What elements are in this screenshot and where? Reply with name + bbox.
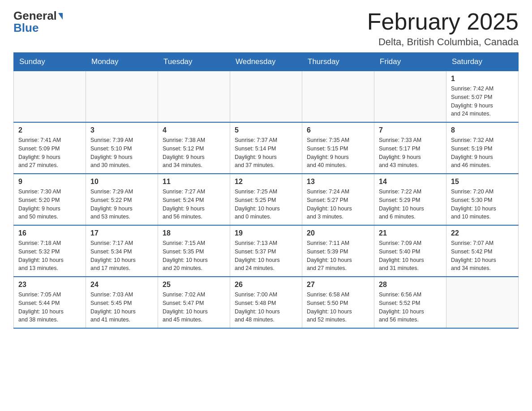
calendar-table: SundayMondayTuesdayWednesdayThursdayFrid… xyxy=(13,52,519,329)
day-info: Sunrise: 7:38 AM Sunset: 5:12 PM Dayligh… xyxy=(163,136,225,170)
column-header-friday: Friday xyxy=(374,53,446,71)
day-number: 5 xyxy=(235,126,297,134)
calendar-cell xyxy=(230,71,302,123)
calendar-cell: 1Sunrise: 7:42 AM Sunset: 5:07 PM Daylig… xyxy=(446,71,519,123)
day-number: 1 xyxy=(451,75,514,83)
header-row: SundayMondayTuesdayWednesdayThursdayFrid… xyxy=(14,53,519,71)
day-info: Sunrise: 6:56 AM Sunset: 5:52 PM Dayligh… xyxy=(379,291,442,324)
day-info: Sunrise: 7:20 AM Sunset: 5:30 PM Dayligh… xyxy=(451,188,514,221)
day-info: Sunrise: 7:41 AM Sunset: 5:09 PM Dayligh… xyxy=(18,136,81,170)
day-number: 7 xyxy=(379,126,442,134)
day-info: Sunrise: 7:32 AM Sunset: 5:19 PM Dayligh… xyxy=(451,136,514,170)
calendar-cell: 8Sunrise: 7:32 AM Sunset: 5:19 PM Daylig… xyxy=(446,122,519,174)
calendar-cell: 23Sunrise: 7:05 AM Sunset: 5:44 PM Dayli… xyxy=(14,277,86,328)
day-number: 24 xyxy=(90,281,153,289)
day-info: Sunrise: 7:05 AM Sunset: 5:44 PM Dayligh… xyxy=(18,291,81,324)
column-header-monday: Monday xyxy=(86,53,158,71)
day-info: Sunrise: 7:18 AM Sunset: 5:32 PM Dayligh… xyxy=(18,239,81,273)
week-row-3: 9Sunrise: 7:30 AM Sunset: 5:20 PM Daylig… xyxy=(14,174,519,225)
day-info: Sunrise: 7:11 AM Sunset: 5:39 PM Dayligh… xyxy=(307,239,369,273)
day-number: 13 xyxy=(307,178,369,186)
calendar-cell: 25Sunrise: 7:02 AM Sunset: 5:47 PM Dayli… xyxy=(158,277,230,328)
day-info: Sunrise: 7:22 AM Sunset: 5:29 PM Dayligh… xyxy=(379,188,442,221)
calendar-cell: 27Sunrise: 6:58 AM Sunset: 5:50 PM Dayli… xyxy=(302,277,374,328)
calendar-cell: 17Sunrise: 7:17 AM Sunset: 5:34 PM Dayli… xyxy=(86,225,158,277)
column-header-tuesday: Tuesday xyxy=(158,53,230,71)
calendar-cell xyxy=(86,71,158,123)
day-info: Sunrise: 7:29 AM Sunset: 5:22 PM Dayligh… xyxy=(90,188,153,221)
week-row-2: 2Sunrise: 7:41 AM Sunset: 5:09 PM Daylig… xyxy=(14,122,519,174)
week-row-4: 16Sunrise: 7:18 AM Sunset: 5:32 PM Dayli… xyxy=(14,225,519,277)
day-info: Sunrise: 7:30 AM Sunset: 5:20 PM Dayligh… xyxy=(18,188,81,221)
calendar-cell xyxy=(302,71,374,123)
calendar-cell: 14Sunrise: 7:22 AM Sunset: 5:29 PM Dayli… xyxy=(374,174,446,225)
day-number: 15 xyxy=(451,178,514,186)
calendar-cell: 11Sunrise: 7:27 AM Sunset: 5:24 PM Dayli… xyxy=(158,174,230,225)
calendar-cell: 19Sunrise: 7:13 AM Sunset: 5:37 PM Dayli… xyxy=(230,225,302,277)
calendar-cell: 5Sunrise: 7:37 AM Sunset: 5:14 PM Daylig… xyxy=(230,122,302,174)
calendar-cell: 6Sunrise: 7:35 AM Sunset: 5:15 PM Daylig… xyxy=(302,122,374,174)
day-number: 2 xyxy=(18,126,81,134)
calendar-cell: 7Sunrise: 7:33 AM Sunset: 5:17 PM Daylig… xyxy=(374,122,446,174)
page-header: General Blue February 2025 Delta, Britis… xyxy=(13,9,519,48)
day-number: 22 xyxy=(451,229,514,237)
calendar-cell xyxy=(374,71,446,123)
day-number: 18 xyxy=(163,229,225,237)
logo-triangle-icon xyxy=(58,13,63,20)
calendar-cell: 20Sunrise: 7:11 AM Sunset: 5:39 PM Dayli… xyxy=(302,225,374,277)
day-info: Sunrise: 7:24 AM Sunset: 5:27 PM Dayligh… xyxy=(307,188,369,221)
day-info: Sunrise: 7:35 AM Sunset: 5:15 PM Dayligh… xyxy=(307,136,369,170)
logo: General Blue xyxy=(13,9,63,35)
calendar-cell: 16Sunrise: 7:18 AM Sunset: 5:32 PM Dayli… xyxy=(14,225,86,277)
day-number: 9 xyxy=(18,178,81,186)
day-info: Sunrise: 7:39 AM Sunset: 5:10 PM Dayligh… xyxy=(90,136,153,170)
day-number: 23 xyxy=(18,281,81,289)
week-row-5: 23Sunrise: 7:05 AM Sunset: 5:44 PM Dayli… xyxy=(14,277,519,328)
day-number: 28 xyxy=(379,281,442,289)
day-number: 3 xyxy=(90,126,153,134)
day-info: Sunrise: 7:13 AM Sunset: 5:37 PM Dayligh… xyxy=(235,239,297,273)
calendar-cell xyxy=(14,71,86,123)
title-section: February 2025 Delta, British Columbia, C… xyxy=(367,9,519,48)
day-number: 4 xyxy=(163,126,225,134)
calendar-cell xyxy=(446,277,519,328)
calendar-cell: 13Sunrise: 7:24 AM Sunset: 5:27 PM Dayli… xyxy=(302,174,374,225)
day-info: Sunrise: 7:25 AM Sunset: 5:25 PM Dayligh… xyxy=(235,188,297,221)
calendar-cell: 18Sunrise: 7:15 AM Sunset: 5:35 PM Dayli… xyxy=(158,225,230,277)
day-info: Sunrise: 7:42 AM Sunset: 5:07 PM Dayligh… xyxy=(451,85,514,118)
day-info: Sunrise: 7:33 AM Sunset: 5:17 PM Dayligh… xyxy=(379,136,442,170)
calendar-cell: 28Sunrise: 6:56 AM Sunset: 5:52 PM Dayli… xyxy=(374,277,446,328)
day-info: Sunrise: 7:07 AM Sunset: 5:42 PM Dayligh… xyxy=(451,239,514,273)
calendar-cell: 21Sunrise: 7:09 AM Sunset: 5:40 PM Dayli… xyxy=(374,225,446,277)
column-header-saturday: Saturday xyxy=(446,53,519,71)
calendar-cell: 12Sunrise: 7:25 AM Sunset: 5:25 PM Dayli… xyxy=(230,174,302,225)
calendar-cell: 10Sunrise: 7:29 AM Sunset: 5:22 PM Dayli… xyxy=(86,174,158,225)
day-info: Sunrise: 7:17 AM Sunset: 5:34 PM Dayligh… xyxy=(90,239,153,273)
day-number: 6 xyxy=(307,126,369,134)
column-header-sunday: Sunday xyxy=(14,53,86,71)
day-info: Sunrise: 7:15 AM Sunset: 5:35 PM Dayligh… xyxy=(163,239,225,273)
day-info: Sunrise: 7:03 AM Sunset: 5:45 PM Dayligh… xyxy=(90,291,153,324)
day-number: 25 xyxy=(163,281,225,289)
calendar-cell: 26Sunrise: 7:00 AM Sunset: 5:48 PM Dayli… xyxy=(230,277,302,328)
day-number: 14 xyxy=(379,178,442,186)
day-info: Sunrise: 7:37 AM Sunset: 5:14 PM Dayligh… xyxy=(235,136,297,170)
day-number: 27 xyxy=(307,281,369,289)
day-info: Sunrise: 6:58 AM Sunset: 5:50 PM Dayligh… xyxy=(307,291,369,324)
day-info: Sunrise: 7:27 AM Sunset: 5:24 PM Dayligh… xyxy=(163,188,225,221)
day-number: 10 xyxy=(90,178,153,186)
day-number: 12 xyxy=(235,178,297,186)
day-number: 20 xyxy=(307,229,369,237)
column-header-wednesday: Wednesday xyxy=(230,53,302,71)
calendar-cell: 9Sunrise: 7:30 AM Sunset: 5:20 PM Daylig… xyxy=(14,174,86,225)
day-info: Sunrise: 7:00 AM Sunset: 5:48 PM Dayligh… xyxy=(235,291,297,324)
calendar-cell: 3Sunrise: 7:39 AM Sunset: 5:10 PM Daylig… xyxy=(86,122,158,174)
calendar-cell: 2Sunrise: 7:41 AM Sunset: 5:09 PM Daylig… xyxy=(14,122,86,174)
week-row-1: 1Sunrise: 7:42 AM Sunset: 5:07 PM Daylig… xyxy=(14,71,519,123)
page-subtitle: Delta, British Columbia, Canada xyxy=(367,36,519,48)
day-number: 16 xyxy=(18,229,81,237)
day-number: 17 xyxy=(90,229,153,237)
calendar-cell: 15Sunrise: 7:20 AM Sunset: 5:30 PM Dayli… xyxy=(446,174,519,225)
calendar-cell: 24Sunrise: 7:03 AM Sunset: 5:45 PM Dayli… xyxy=(86,277,158,328)
day-number: 8 xyxy=(451,126,514,134)
